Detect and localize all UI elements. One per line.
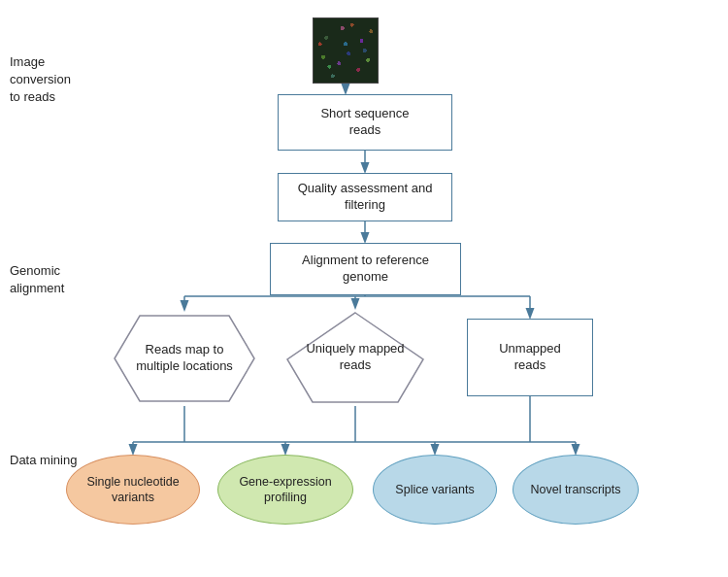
quality-assessment-box: Quality assessment andfiltering: [278, 173, 452, 221]
splice-variants-ellipse: Splice variants: [373, 455, 497, 525]
short-sequence-box: Short sequencereads: [278, 94, 452, 151]
novel-transcripts-ellipse: Novel transcripts: [513, 455, 639, 525]
unmapped-box: Unmappedreads: [467, 319, 593, 396]
uniquely-mapped-text: Uniquely mappedreads: [296, 331, 414, 384]
alignment-box: Alignment to referencegenome: [270, 243, 461, 295]
diagram-container: Imageconversionto reads Genomicalignment…: [0, 0, 728, 577]
multiple-locations-hexagon: Reads map tomultiple locations: [111, 311, 258, 406]
uniquely-mapped-pentagon: Uniquely mappedreads: [283, 309, 427, 406]
snv-ellipse: Single nucleotidevariants: [66, 455, 200, 525]
multiple-locations-text: Reads map tomultiple locations: [126, 332, 243, 385]
gene-expression-ellipse: Gene-expressionprofiling: [217, 455, 353, 525]
label-image-conversion: Imageconversionto reads: [10, 53, 116, 107]
dna-image: [313, 17, 379, 84]
label-genomic-alignment: Genomicalignment: [10, 262, 116, 297]
